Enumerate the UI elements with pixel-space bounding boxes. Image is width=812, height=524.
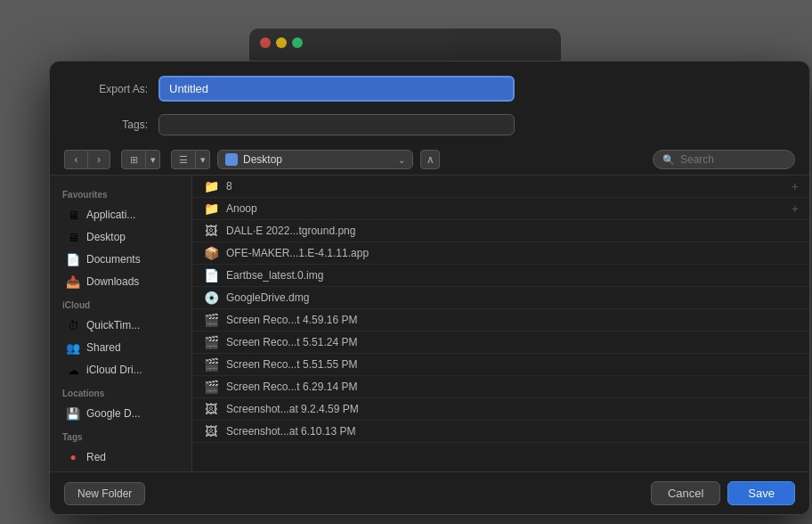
sidebar-item-applications[interactable]: 🖥 Applicati... bbox=[53, 204, 188, 225]
grid-view-button[interactable]: ⊞ bbox=[121, 150, 146, 169]
traffic-lights bbox=[260, 37, 303, 48]
sidebar-item-icloud-drive[interactable]: ☁ iCloud Dri... bbox=[53, 359, 188, 381]
list-view-dropdown[interactable]: ▾ bbox=[196, 150, 210, 169]
file-row[interactable]: 📦 OFE-MAKER...1.E-4.1.11.app bbox=[192, 242, 809, 265]
grid-view-dropdown[interactable]: ▾ bbox=[146, 150, 160, 169]
bottom-bar: New Folder Cancel Save bbox=[50, 471, 809, 514]
location-chevron-icon: ⌄ bbox=[398, 155, 405, 165]
sidebar-item-icloud-drive-label: iCloud Dri... bbox=[86, 364, 142, 376]
minimize-button-bg bbox=[276, 37, 287, 48]
file-row[interactable]: 🖼 Screenshot...at 9.2.4.59 PM bbox=[192, 398, 809, 421]
content-area: Favourites 🖥 Applicati... 🖥 Desktop 📄 Do… bbox=[50, 176, 809, 471]
google-drive-icon: 💾 bbox=[66, 406, 80, 421]
sidebar-item-quicktime[interactable]: ⏱ QuickTim... bbox=[53, 315, 188, 336]
location-selector[interactable]: Desktop ⌄ bbox=[217, 150, 413, 169]
sidebar-item-tag-red-label: Red bbox=[86, 451, 106, 463]
image-file-icon: 🖼 bbox=[203, 224, 219, 238]
toolbar: ‹ › ⊞ ▾ ☰ ▾ Desktop ⌄ ∧ 🔍 bbox=[50, 144, 809, 176]
screenshot-file-icon: 🖼 bbox=[203, 424, 219, 438]
search-icon: 🔍 bbox=[662, 154, 675, 166]
sidebar-item-documents-label: Documents bbox=[86, 253, 141, 266]
file-list: 📁 8 + 📁 Anoop + 🖼 DALL·E 2022...tground.… bbox=[192, 176, 809, 471]
sidebar-item-shared-label: Shared bbox=[86, 341, 121, 354]
save-button[interactable]: Save bbox=[727, 481, 795, 505]
new-folder-button[interactable]: New Folder bbox=[64, 482, 145, 505]
file-add-icon: + bbox=[792, 201, 799, 216]
file-row[interactable]: 🎬 Screen Reco...t 6.29.14 PM bbox=[192, 376, 809, 398]
cancel-button[interactable]: Cancel bbox=[651, 481, 720, 505]
folder-icon: 📁 bbox=[203, 201, 219, 216]
file-row[interactable]: 🖼 DALL·E 2022...tground.png bbox=[192, 220, 809, 242]
sidebar-item-documents[interactable]: 📄 Documents bbox=[53, 249, 188, 270]
file-name: GoogleDrive.dmg bbox=[226, 291, 799, 304]
file-name: OFE-MAKER...1.E-4.1.11.app bbox=[226, 247, 799, 259]
export-as-input[interactable] bbox=[158, 76, 515, 102]
sidebar-section-locations: Locations bbox=[50, 381, 191, 402]
file-name: DALL·E 2022...tground.png bbox=[226, 225, 799, 237]
sidebar: Favourites 🖥 Applicati... 🖥 Desktop 📄 Do… bbox=[50, 176, 192, 471]
file-row[interactable]: 💿 GoogleDrive.dmg bbox=[192, 287, 809, 309]
file-name: Screen Reco...t 5.51.24 PM bbox=[226, 336, 799, 348]
file-row[interactable]: 📄 Eartbse_latest.0.img bbox=[192, 265, 809, 287]
location-folder-icon bbox=[225, 153, 238, 166]
shared-icon: 👥 bbox=[66, 340, 80, 355]
video-file-icon: 🎬 bbox=[203, 357, 219, 372]
folder-icon: 📁 bbox=[203, 179, 219, 193]
list-view-buttons: ☰ ▾ bbox=[171, 150, 210, 169]
view-buttons: ⊞ ▾ bbox=[121, 150, 160, 169]
doc-file-icon: 📄 bbox=[203, 268, 219, 282]
export-as-label: Export As: bbox=[68, 83, 148, 95]
forward-button[interactable]: › bbox=[87, 150, 110, 169]
tags-input[interactable] bbox=[158, 114, 515, 135]
downloads-icon: 📥 bbox=[66, 274, 80, 289]
file-row[interactable]: 🖼 Screenshot...at 6.10.13 PM bbox=[192, 421, 809, 443]
file-row[interactable]: 📁 8 + bbox=[192, 176, 809, 198]
file-row[interactable]: 🎬 Screen Reco...t 4.59.16 PM bbox=[192, 309, 809, 332]
sidebar-section-icloud: iCloud bbox=[50, 293, 191, 314]
list-view-button[interactable]: ☰ bbox=[171, 150, 196, 169]
file-row[interactable]: 📁 Anoop + bbox=[192, 198, 809, 220]
sidebar-item-quicktime-label: QuickTim... bbox=[86, 319, 140, 332]
desktop-icon: 🖥 bbox=[66, 230, 80, 244]
sidebar-item-desktop[interactable]: 🖥 Desktop bbox=[53, 226, 188, 248]
quicktime-icon: ⏱ bbox=[66, 318, 80, 332]
video-file-icon: 🎬 bbox=[203, 313, 219, 327]
file-name: Screenshot...at 9.2.4.59 PM bbox=[226, 403, 799, 415]
action-buttons: Cancel Save bbox=[651, 481, 795, 505]
back-button[interactable]: ‹ bbox=[64, 150, 87, 169]
file-name: 8 bbox=[226, 180, 784, 192]
app-file-icon: 📦 bbox=[203, 246, 219, 260]
file-name: Eartbse_latest.0.img bbox=[226, 269, 799, 282]
video-file-icon: 🎬 bbox=[203, 335, 219, 349]
close-button-bg bbox=[260, 37, 271, 48]
sidebar-item-shared[interactable]: 👥 Shared bbox=[53, 337, 188, 358]
file-row[interactable]: 🎬 Screen Reco...t 5.51.24 PM bbox=[192, 332, 809, 354]
sidebar-item-tag-red[interactable]: ● Red bbox=[53, 446, 188, 468]
file-name: Screen Reco...t 6.29.14 PM bbox=[226, 381, 799, 393]
sidebar-item-google-drive[interactable]: 💾 Google D... bbox=[53, 403, 188, 424]
search-input[interactable] bbox=[680, 153, 785, 166]
save-dialog: Export As: Tags: ‹ › ⊞ ▾ ☰ ▾ Desktop ⌄ ∧… bbox=[49, 61, 810, 515]
sidebar-section-tags: Tags bbox=[50, 425, 191, 446]
sidebar-item-downloads[interactable]: 📥 Downloads bbox=[53, 271, 188, 292]
location-text: Desktop bbox=[243, 153, 393, 166]
file-name: Screen Reco...t 4.59.16 PM bbox=[226, 314, 799, 326]
video-file-icon: 🎬 bbox=[203, 380, 219, 394]
file-name: Screenshot...at 6.10.13 PM bbox=[226, 425, 799, 438]
file-row[interactable]: 🎬 Screen Reco...t 5.51.55 PM bbox=[192, 354, 809, 376]
sidebar-item-desktop-label: Desktop bbox=[86, 231, 126, 243]
applications-icon: 🖥 bbox=[66, 208, 80, 222]
maximize-button-bg bbox=[292, 37, 303, 48]
file-name: Anoop bbox=[226, 202, 784, 215]
file-name: Screen Reco...t 5.51.55 PM bbox=[226, 358, 799, 371]
sidebar-item-applications-label: Applicati... bbox=[86, 209, 135, 221]
tags-label: Tags: bbox=[68, 119, 148, 131]
icloud-drive-icon: ☁ bbox=[66, 363, 80, 377]
screenshot-file-icon: 🖼 bbox=[203, 402, 219, 416]
search-box: 🔍 bbox=[653, 150, 795, 169]
file-add-icon: + bbox=[792, 179, 799, 193]
sidebar-section-favourites: Favourites bbox=[50, 183, 191, 203]
export-bar: Export As: bbox=[50, 61, 809, 111]
tags-row: Tags: bbox=[50, 111, 809, 144]
collapse-button[interactable]: ∧ bbox=[420, 150, 440, 169]
